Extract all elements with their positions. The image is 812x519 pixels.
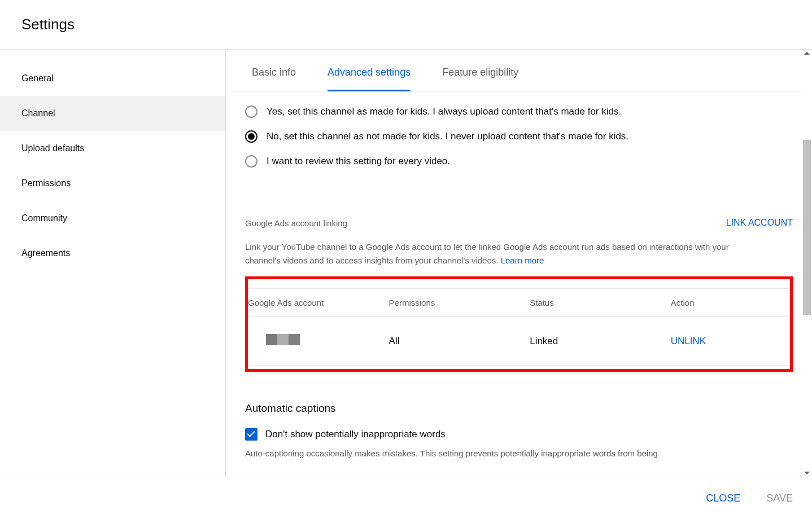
settings-sidebar: General Channel Upload defaults Permissi… xyxy=(0,50,226,477)
radio-icon xyxy=(245,155,257,168)
col-account: Google Ads account xyxy=(248,289,389,317)
radio-icon xyxy=(245,105,257,118)
redacted-account-id xyxy=(266,334,300,345)
unlink-button[interactable]: UNLINK xyxy=(671,336,706,347)
ads-accounts-table: Google Ads account Permissions Status Ac… xyxy=(248,288,790,366)
scroll-thumb[interactable] xyxy=(803,140,811,315)
ads-section-title: Google Ads account linking xyxy=(245,218,347,228)
sidebar-item-permissions[interactable]: Permissions xyxy=(0,166,225,201)
col-status: Status xyxy=(530,289,671,317)
scrollbar[interactable] xyxy=(802,50,812,477)
table-header-row: Google Ads account Permissions Status Ac… xyxy=(248,289,790,317)
automatic-captions-section: Automatic captions Don't show potentiall… xyxy=(226,394,812,460)
scroll-up-arrow-icon[interactable] xyxy=(804,52,810,55)
ads-description-text: Link your YouTube channel to a Google Ad… xyxy=(245,242,729,265)
dialog-footer: CLOSE SAVE xyxy=(0,477,812,519)
radio-label: I want to review this setting for every … xyxy=(267,156,450,167)
sidebar-item-general[interactable]: General xyxy=(0,61,225,96)
cell-status: Linked xyxy=(530,317,671,366)
scroll-down-arrow-icon[interactable] xyxy=(804,472,810,474)
captions-title: Automatic captions xyxy=(245,402,793,415)
dialog-body: General Channel Upload defaults Permissi… xyxy=(0,50,812,477)
google-ads-section: Google Ads account linking LINK ACCOUNT … xyxy=(226,204,812,372)
sidebar-item-channel[interactable]: Channel xyxy=(0,96,225,131)
radio-made-for-kids-yes[interactable]: Yes, set this channel as made for kids. … xyxy=(245,99,793,124)
cell-permissions: All xyxy=(389,317,530,366)
page-title: Settings xyxy=(21,16,791,33)
tab-feature-eligibility[interactable]: Feature eligibility xyxy=(442,50,518,91)
learn-more-link[interactable]: Learn more xyxy=(501,256,544,265)
tab-advanced-settings[interactable]: Advanced settings xyxy=(328,50,411,91)
sidebar-item-upload-defaults[interactable]: Upload defaults xyxy=(0,131,225,166)
radio-label: No, set this channel as not made for kid… xyxy=(267,131,628,142)
captions-description: Auto-captioning occasionally makes mista… xyxy=(245,447,742,460)
radio-label: Yes, set this channel as made for kids. … xyxy=(267,106,621,117)
cell-account xyxy=(248,317,389,366)
radio-icon xyxy=(245,130,257,143)
table-row: All Linked UNLINK xyxy=(248,317,790,366)
col-permissions: Permissions xyxy=(389,289,530,317)
kids-audience-section: Yes, set this channel as made for kids. … xyxy=(226,91,812,174)
close-button[interactable]: CLOSE xyxy=(702,487,744,510)
sidebar-item-community[interactable]: Community xyxy=(0,201,225,236)
cell-action: UNLINK xyxy=(671,317,790,366)
sidebar-item-agreements[interactable]: Agreements xyxy=(0,236,225,271)
channel-tabs: Basic info Advanced settings Feature eli… xyxy=(226,50,812,91)
tab-basic-info[interactable]: Basic info xyxy=(252,50,296,91)
radio-review-each-video[interactable]: I want to review this setting for every … xyxy=(245,149,793,174)
col-action: Action xyxy=(671,289,790,317)
checkbox-label: Don't show potentially inappropriate wor… xyxy=(265,429,446,440)
save-button[interactable]: SAVE xyxy=(763,487,796,510)
inappropriate-words-checkbox-row[interactable]: Don't show potentially inappropriate wor… xyxy=(245,428,793,441)
dialog-header: Settings xyxy=(0,0,812,50)
radio-made-for-kids-no[interactable]: No, set this channel as not made for kid… xyxy=(245,124,793,149)
settings-content: Basic info Advanced settings Feature eli… xyxy=(226,50,812,477)
link-account-button[interactable]: LINK ACCOUNT xyxy=(726,212,793,234)
ads-table-highlight: Google Ads account Permissions Status Ac… xyxy=(245,276,793,372)
ads-header-row: Google Ads account linking LINK ACCOUNT xyxy=(245,212,793,234)
checkbox-checked-icon xyxy=(245,428,257,441)
ads-description: Link your YouTube channel to a Google Ad… xyxy=(245,240,736,267)
